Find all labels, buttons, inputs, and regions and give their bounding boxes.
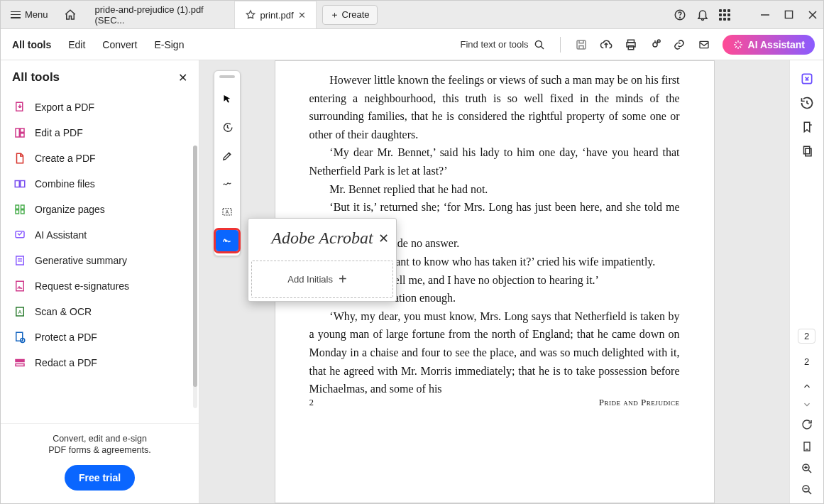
free-trial-button[interactable]: Free trial [65, 465, 135, 491]
tool-item-reqsign[interactable]: Request e-signatures [8, 273, 196, 299]
bookmark-icon[interactable] [801, 120, 813, 134]
print-icon[interactable] [625, 38, 637, 51]
page-fit-icon[interactable] [801, 439, 813, 454]
toolbar-edit[interactable]: Edit [68, 39, 85, 50]
tool-item-combine[interactable]: Combine files [8, 171, 196, 197]
signature-popup: Adobe Acrobat ✕ Add Initials + [248, 218, 397, 302]
tool-label: Organize pages [35, 204, 105, 215]
toolbar-convert[interactable]: Convert [102, 39, 137, 50]
doc-paragraph: Mr. Bennet replied that he had not. [309, 180, 680, 199]
tab-active[interactable]: print.pdf ✕ [234, 1, 317, 28]
tool-item-export[interactable]: Export a PDF [8, 94, 196, 120]
remove-signature-icon[interactable]: ✕ [378, 231, 389, 246]
svg-rect-20 [21, 181, 25, 187]
tool-label: Export a PDF [35, 102, 94, 113]
tool-item-organize[interactable]: Organize pages [8, 197, 196, 222]
svg-rect-23 [21, 205, 25, 209]
create-icon [13, 152, 26, 165]
cloud-upload-icon[interactable] [599, 38, 613, 51]
tool-item-summary[interactable]: Generative summary [8, 248, 196, 273]
close-panel-icon[interactable]: ✕ [178, 71, 187, 84]
page-indicator-total: 2 [804, 356, 809, 367]
menu-button[interactable]: Menu [4, 5, 55, 24]
tool-label: Combine files [35, 178, 95, 190]
help-icon[interactable] [674, 9, 686, 21]
sign-tool[interactable] [216, 230, 238, 251]
highlight-tool[interactable] [216, 145, 238, 166]
svg-rect-8 [577, 40, 586, 49]
page-down-icon[interactable] [802, 400, 812, 410]
pages-icon[interactable] [801, 144, 813, 158]
svg-rect-14 [700, 41, 708, 48]
tool-item-create[interactable]: Create a PDF [8, 146, 196, 171]
create-button[interactable]: ＋ Create [322, 5, 378, 25]
create-label: Create [342, 9, 370, 20]
tool-item-protect[interactable]: Protect a PDF [8, 324, 196, 350]
history-icon[interactable] [800, 96, 814, 110]
titlebar-right [674, 9, 818, 21]
tool-item-edit[interactable]: Edit a PDF [8, 120, 196, 146]
right-rail: 2 2 [789, 60, 823, 503]
tab-close-icon[interactable]: ✕ [298, 10, 306, 21]
svg-rect-18 [21, 133, 24, 137]
floating-toolbar[interactable]: A [214, 70, 241, 256]
textbox-tool[interactable]: A [216, 202, 238, 223]
comment-tool[interactable] [216, 116, 238, 138]
signature-option[interactable]: Adobe Acrobat ✕ [248, 219, 396, 258]
tool-list: Export a PDFEdit a PDFCreate a PDFCombin… [1, 90, 199, 423]
grip-icon[interactable] [219, 75, 235, 78]
maximize-button[interactable] [784, 10, 793, 20]
tool-item-ai[interactable]: AI Assistant [8, 222, 196, 248]
page-up-icon[interactable] [802, 381, 812, 391]
share-icon[interactable] [649, 38, 661, 51]
star-icon [245, 9, 256, 21]
add-initials-button[interactable]: Add Initials + [251, 261, 393, 298]
mail-icon[interactable] [697, 39, 711, 50]
select-tool[interactable] [216, 88, 238, 109]
zoom-in-icon[interactable] [801, 462, 813, 475]
tool-label: Request e-signatures [35, 280, 129, 292]
all-tools-title: All tools [12, 70, 60, 84]
page-indicator-current[interactable]: 2 [798, 329, 815, 344]
svg-rect-24 [21, 210, 25, 214]
svg-rect-21 [16, 205, 19, 209]
svg-rect-35 [16, 364, 24, 366]
bell-icon[interactable] [696, 9, 709, 21]
svg-rect-34 [16, 360, 24, 362]
window-controls [760, 10, 818, 20]
tab-inactive[interactable]: pride-and-prejudice (1).pdf (SEC... [85, 1, 234, 28]
minimize-button[interactable] [760, 10, 770, 20]
reqsign-icon [13, 280, 26, 292]
ai-assistant-button[interactable]: AI Assistant [723, 35, 815, 55]
plus-icon: ＋ [330, 9, 339, 21]
zoom-out-icon[interactable] [801, 483, 813, 496]
tool-item-scan[interactable]: AScan & OCR [8, 299, 196, 324]
tool-item-redact[interactable]: Redact a PDF [8, 350, 196, 376]
svg-rect-22 [16, 210, 19, 214]
toolbar-esign[interactable]: E-Sign [154, 39, 184, 50]
export-icon [13, 101, 26, 114]
home-button[interactable] [60, 4, 81, 26]
rotate-icon[interactable] [801, 418, 813, 431]
doc-paragraph: ‘My dear Mr. Bennet,’ said his lady to h… [309, 143, 680, 180]
toolbar-all-tools[interactable]: All tools [12, 39, 51, 50]
apps-icon[interactable] [719, 9, 730, 21]
hamburger-icon [11, 11, 21, 18]
svg-rect-40 [805, 148, 811, 156]
svg-rect-32 [16, 332, 23, 341]
book-title: Pride and Prejudice [599, 395, 680, 410]
scrollbar[interactable] [193, 146, 197, 408]
draw-tool[interactable] [216, 173, 238, 195]
tool-label: Create a PDF [35, 153, 96, 164]
find-placeholder: Find text or tools [461, 39, 529, 50]
tab-label: pride-and-prejudice (1).pdf (SEC... [95, 4, 224, 26]
link-icon[interactable] [673, 38, 686, 51]
save-icon[interactable] [575, 38, 588, 51]
ai-label: AI Assistant [748, 39, 805, 50]
scrollbar-thumb[interactable] [193, 146, 197, 387]
document-viewport[interactable]: A Adobe Acrobat ✕ Add Initials + However… [199, 60, 789, 503]
ai-panel-icon[interactable] [800, 72, 814, 86]
close-window-button[interactable] [808, 10, 818, 20]
sparkle-icon [732, 39, 744, 50]
find-input[interactable]: Find text or tools [461, 38, 546, 51]
